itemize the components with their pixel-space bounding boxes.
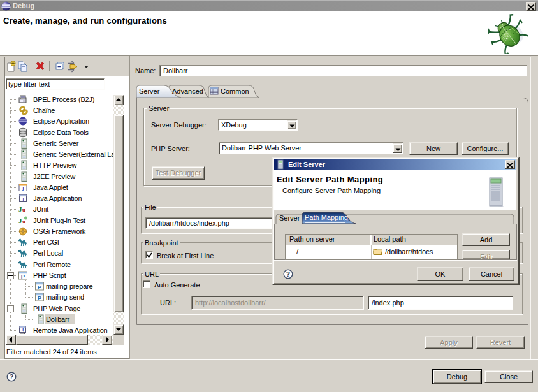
svg-text:?: ?	[286, 270, 290, 278]
svg-text:J: J	[22, 185, 24, 191]
svg-text:u: u	[22, 207, 25, 213]
svg-text:P: P	[38, 284, 42, 291]
svg-text:?: ?	[10, 373, 13, 381]
svg-text:J: J	[22, 327, 24, 333]
svg-text:P: P	[21, 273, 25, 280]
svg-text:P: P	[38, 294, 42, 301]
